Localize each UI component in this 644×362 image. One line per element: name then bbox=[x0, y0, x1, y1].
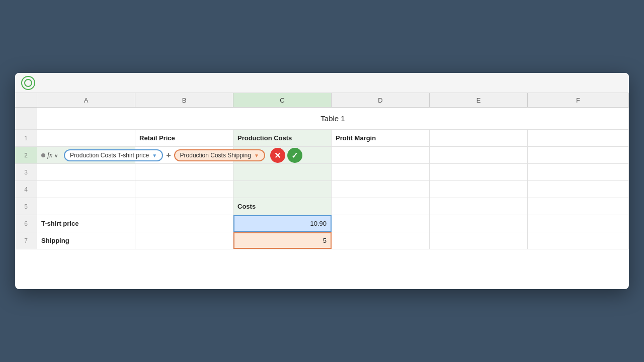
cell-1f[interactable] bbox=[528, 130, 629, 146]
cell-5a[interactable] bbox=[37, 198, 135, 215]
spreadsheet-title: Table 1 bbox=[37, 108, 629, 129]
cell-3b[interactable] bbox=[135, 164, 233, 180]
confirm-button[interactable]: ✓ bbox=[287, 148, 302, 163]
cell-5d[interactable] bbox=[332, 198, 430, 215]
cell-3e[interactable] bbox=[430, 164, 528, 180]
cell-3f[interactable] bbox=[528, 164, 629, 180]
cell-1e[interactable] bbox=[430, 130, 528, 146]
table-row: 3 bbox=[15, 164, 629, 181]
cell-6f[interactable] bbox=[528, 215, 629, 232]
formula-dot-icon bbox=[41, 153, 45, 157]
traffic-light-icon[interactable] bbox=[21, 76, 35, 90]
cell-7f[interactable] bbox=[528, 232, 629, 249]
cell-3a[interactable] bbox=[37, 164, 135, 180]
cell-1d[interactable]: Profit Margin bbox=[332, 130, 430, 146]
cell-3d[interactable] bbox=[332, 164, 430, 180]
table-row: 6 T-shirt price 10.90 bbox=[15, 215, 629, 232]
formula-chevron-button[interactable]: ∨ bbox=[53, 153, 59, 158]
cell-1c[interactable]: Production Costs bbox=[233, 130, 332, 146]
row-number-1: 1 bbox=[15, 130, 37, 146]
title-row-number bbox=[15, 108, 37, 129]
col-header-e[interactable]: E bbox=[430, 93, 528, 107]
col-header-f[interactable]: F bbox=[528, 93, 629, 107]
row-number-3: 3 bbox=[15, 164, 37, 180]
row-number-6: 6 bbox=[15, 215, 37, 232]
formula-pill-shipping[interactable]: Production Costs Shipping ▼ bbox=[174, 149, 265, 161]
col-header-a[interactable]: A bbox=[37, 93, 135, 107]
title-bar bbox=[15, 73, 629, 93]
cell-4a[interactable] bbox=[37, 181, 135, 198]
row-number-7: 7 bbox=[15, 232, 37, 249]
cell-7e[interactable] bbox=[430, 232, 528, 249]
cell-6a[interactable]: T-shirt price bbox=[37, 215, 135, 232]
cell-1b[interactable]: Retail Price bbox=[135, 130, 233, 146]
fx-label: fx bbox=[47, 151, 52, 159]
cell-6d[interactable] bbox=[332, 215, 430, 232]
cell-7d[interactable] bbox=[332, 232, 430, 249]
formula-pill-shipping-arrow: ▼ bbox=[254, 153, 259, 158]
row-number-4: 4 bbox=[15, 181, 37, 198]
cell-5c[interactable]: Costs bbox=[233, 198, 332, 215]
cell-7a[interactable]: Shipping bbox=[37, 232, 135, 249]
formula-plus-sign: + bbox=[166, 151, 171, 160]
col-header-d[interactable]: D bbox=[332, 93, 430, 107]
cell-3c[interactable] bbox=[233, 164, 332, 180]
table-row: 2 fx ∨ Production Costs T-shirt price ▼ … bbox=[15, 147, 629, 164]
table-row: 1 Retail Price Production Costs Profit M… bbox=[15, 130, 629, 147]
cell-4d[interactable] bbox=[332, 181, 430, 198]
col-header-c[interactable]: C bbox=[233, 93, 332, 107]
table-row: 7 Shipping 5 bbox=[15, 232, 629, 249]
formula-pill-tshirt-arrow: ▼ bbox=[152, 153, 157, 158]
cell-7b[interactable] bbox=[135, 232, 233, 249]
row-number-5: 5 bbox=[15, 198, 37, 215]
cancel-button[interactable]: ✕ bbox=[270, 148, 285, 163]
cell-5f[interactable] bbox=[528, 198, 629, 215]
formula-bar: fx ∨ Production Costs T-shirt price ▼ + … bbox=[37, 147, 629, 164]
column-headers: A B C D E F bbox=[15, 93, 629, 108]
formula-pill-tshirt-label: Production Costs T-shirt price bbox=[70, 152, 149, 159]
formula-pill-shipping-label: Production Costs Shipping bbox=[180, 152, 251, 159]
row-number-2: 2 bbox=[15, 147, 37, 163]
cell-4f[interactable] bbox=[528, 181, 629, 198]
cell-5b[interactable] bbox=[135, 198, 233, 215]
col-header-b[interactable]: B bbox=[135, 93, 233, 107]
cell-4c[interactable] bbox=[233, 181, 332, 198]
cell-4e[interactable] bbox=[430, 181, 528, 198]
traffic-light-inner bbox=[24, 79, 32, 87]
cell-7c[interactable]: 5 bbox=[233, 232, 332, 249]
spreadsheet-window: A B C D E F Table 1 1 Retail Price Produ… bbox=[15, 73, 629, 289]
cell-4b[interactable] bbox=[135, 181, 233, 198]
cell-6e[interactable] bbox=[430, 215, 528, 232]
formula-pill-tshirt[interactable]: Production Costs T-shirt price ▼ bbox=[64, 149, 163, 161]
cell-6c[interactable]: 10.90 bbox=[233, 215, 332, 232]
table-area: Table 1 1 Retail Price Production Costs … bbox=[15, 108, 629, 289]
table-row: 5 Costs bbox=[15, 198, 629, 215]
row-number-header bbox=[15, 93, 37, 107]
title-row: Table 1 bbox=[15, 108, 629, 130]
cell-5e[interactable] bbox=[430, 198, 528, 215]
cell-6b[interactable] bbox=[135, 215, 233, 232]
table-row: 4 bbox=[15, 181, 629, 198]
cell-1a[interactable] bbox=[37, 130, 135, 146]
